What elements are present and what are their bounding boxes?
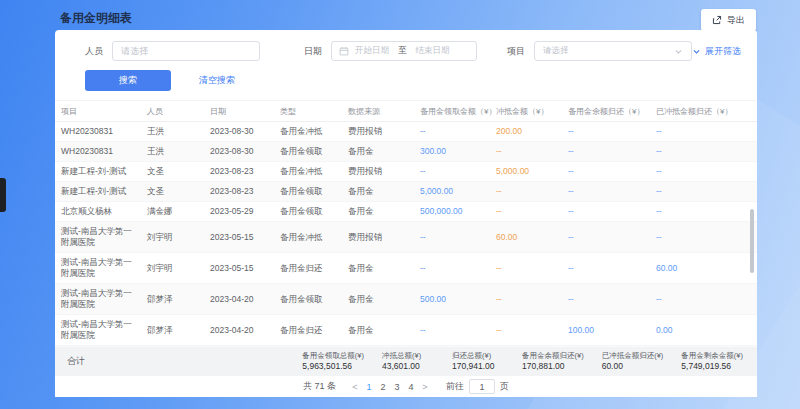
goto-label: 前往 <box>446 380 464 393</box>
filter-panel: 人员 日期 开始日期 至 结束日期 项目 请选择 <box>55 30 757 101</box>
summary-row: 合计 备用金领取总额(¥)5,963,501.56冲抵总额(¥)43,601.0… <box>55 347 757 376</box>
person-filter-input[interactable] <box>112 41 260 61</box>
export-label: 导出 <box>727 14 745 27</box>
cell-balance_return: -- <box>562 202 650 221</box>
summary-item-value: 60.00 <box>602 361 664 372</box>
cell-source: 备用金 <box>342 142 414 161</box>
cell-type: 备用金领取 <box>274 290 342 309</box>
cell-offset_return: -- <box>650 182 757 201</box>
cell-person: 满金娜 <box>141 202 204 221</box>
summary-item: 冲抵总额(¥)43,601.00 <box>382 351 434 372</box>
next-page-icon[interactable]: > <box>418 382 432 392</box>
table-row: 北京顺义杨林满金娜2023-05-29备用金领取备用金500,000.00---… <box>55 202 757 222</box>
page-button-2[interactable]: 2 <box>376 382 390 392</box>
column-header-offset: 冲抵金额（¥） <box>490 101 562 121</box>
chevron-down-icon <box>674 47 683 56</box>
expand-chevron-icon <box>692 47 701 56</box>
cell-project: lx测试2 <box>55 346 141 347</box>
search-button[interactable]: 搜索 <box>85 70 171 91</box>
date-end-placeholder[interactable]: 结束日期 <box>416 45 450 57</box>
summary-item-label: 归还总额(¥) <box>452 351 504 361</box>
cell-balance_return: -- <box>562 182 650 201</box>
project-select[interactable]: 请选择 <box>534 41 692 61</box>
cell-person: 刘宇明 <box>141 259 204 278</box>
cell-offset_return: -- <box>650 122 757 141</box>
cell-project: 北京顺义杨林 <box>55 202 141 221</box>
cell-balance_return: -- <box>562 259 650 278</box>
export-button[interactable]: 导出 <box>701 9 756 31</box>
cell-date: 2023-05-15 <box>204 259 274 278</box>
person-filter-label: 人员 <box>85 45 103 58</box>
calendar-icon <box>339 46 349 56</box>
cell-type: 备用金领取 <box>274 346 342 347</box>
cell-date: 2023-05-29 <box>204 202 274 221</box>
clear-search-link[interactable]: 清空搜索 <box>199 74 235 87</box>
cell-offset_return: -- <box>650 228 757 247</box>
cell-received: 300.00 <box>414 142 490 161</box>
expand-filter-link[interactable]: 展开筛选 <box>692 45 741 58</box>
side-drawer-handle[interactable] <box>0 178 6 212</box>
date-filter-label: 日期 <box>304 45 322 58</box>
cell-offset_return: -- <box>650 162 757 181</box>
summary-item: 归还总额(¥)170,941.00 <box>452 351 504 372</box>
table-row: 测试-南昌大学第一附属医院刘宇明2023-05-15备用金归还备用金------… <box>55 253 757 284</box>
cell-person: 邵梦泽 <box>141 290 204 309</box>
project-filter-label: 项目 <box>507 45 525 58</box>
cell-received: -- <box>414 228 490 247</box>
cell-offset_return: -- <box>650 290 757 309</box>
column-header-date: 日期 <box>204 101 274 121</box>
cell-received: -- <box>414 259 490 278</box>
cell-offset: 200.00 <box>490 122 562 141</box>
prev-page-icon[interactable]: < <box>348 382 362 392</box>
cell-date: 2023-08-30 <box>204 142 274 161</box>
expand-filter-label: 展开筛选 <box>705 45 741 58</box>
cell-project: 测试-南昌大学第一附属医院 <box>55 253 141 283</box>
cell-person: 王洪 <box>141 142 204 161</box>
table-row: 测试-南昌大学第一附属医院邵梦泽2023-04-20备用金领取备用金500.00… <box>55 284 757 315</box>
cell-type: 备用金领取 <box>274 202 342 221</box>
cell-person: 文圣 <box>141 162 204 181</box>
vertical-scrollbar[interactable] <box>750 209 754 273</box>
table-row: WH20230831王洪2023-08-30备用金冲抵费用报销--200.00-… <box>55 122 757 142</box>
cell-date: 2023-08-30 <box>204 122 274 141</box>
cell-source: 备用金 <box>342 290 414 309</box>
page-button-1[interactable]: 1 <box>362 382 376 392</box>
summary-items: 备用金领取总额(¥)5,963,501.56冲抵总额(¥)43,601.00归还… <box>302 351 743 372</box>
summary-item-value: 170,941.00 <box>452 361 504 372</box>
page-button-4[interactable]: 4 <box>404 382 418 392</box>
column-header-offset_return: 已冲抵金额归还（¥） <box>650 101 757 121</box>
summary-item-value: 170,881.00 <box>522 361 584 372</box>
cell-offset_return: 0.00 <box>650 321 757 340</box>
summary-item: 备用金领取总额(¥)5,963,501.56 <box>302 351 364 372</box>
cell-offset_return: 60.00 <box>650 259 757 278</box>
cell-received: 1,000.00 <box>414 346 490 347</box>
cell-person: 李峡 <box>141 346 204 347</box>
cell-balance_return: 100.00 <box>562 321 650 340</box>
summary-item-value: 43,601.00 <box>382 361 434 372</box>
cell-balance_return: -- <box>562 122 650 141</box>
cell-received: 5,000.00 <box>414 182 490 201</box>
goto-page-input[interactable] <box>469 379 495 394</box>
cell-person: 邵梦泽 <box>141 321 204 340</box>
cell-balance_return: -- <box>562 290 650 309</box>
page-button-3[interactable]: 3 <box>390 382 404 392</box>
cell-type: 备用金冲抵 <box>274 122 342 141</box>
summary-item-label: 已冲抵金额归还(¥) <box>602 351 664 361</box>
date-start-placeholder[interactable]: 开始日期 <box>355 45 389 57</box>
cell-source: 费用报销 <box>342 162 414 181</box>
column-header-received: 备用金领取金额（¥） <box>414 101 490 121</box>
date-range-field[interactable]: 开始日期 至 结束日期 <box>331 41 477 61</box>
cell-project: 新建工程-刘-测试 <box>55 162 141 181</box>
cell-project: 测试-南昌大学第一附属医院 <box>55 222 141 252</box>
cell-offset: 60.00 <box>490 228 562 247</box>
data-table: 项目人员日期类型数据来源备用金领取金额（¥）冲抵金额（¥）备用金余额归还（¥）已… <box>55 101 757 347</box>
table-row: 新建工程-刘-测试文圣2023-08-23备用金领取备用金5,000.00---… <box>55 182 757 202</box>
cell-balance_return: -- <box>562 142 650 161</box>
cell-source: 备用金 <box>342 259 414 278</box>
cell-balance_return: -- <box>562 162 650 181</box>
cell-offset_return: -- <box>650 346 757 347</box>
export-icon <box>712 15 722 25</box>
summary-item-label: 冲抵总额(¥) <box>382 351 434 361</box>
table-row: 新建工程-刘-测试文圣2023-08-23备用金冲抵费用报销--5,000.00… <box>55 162 757 182</box>
cell-balance_return: -- <box>562 228 650 247</box>
